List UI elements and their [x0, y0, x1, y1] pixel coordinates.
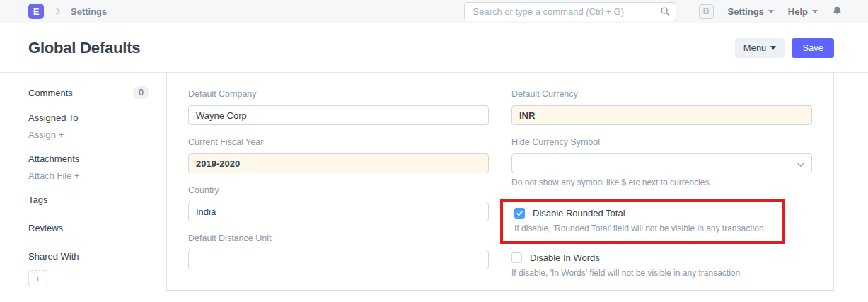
sidebar-item-comments[interactable]: Comments 0	[28, 86, 149, 99]
form-card: Default Company Current Fiscal Year Coun…	[166, 73, 834, 291]
navbar: E Settings B Settings Help	[0, 0, 868, 23]
field-disable-in-words: Disable In Words If disable, 'In Words' …	[511, 252, 812, 279]
disable-in-words-help: If disable, 'In Words' field will not be…	[511, 268, 812, 279]
default-currency-input[interactable]	[511, 105, 812, 125]
default-currency-label: Default Currency	[511, 88, 812, 100]
app-logo-letter: E	[33, 6, 40, 17]
help-dropdown[interactable]: Help	[788, 6, 818, 17]
user-avatar-letter: B	[703, 6, 710, 16]
breadcrumb-chevron-icon	[54, 7, 62, 16]
assign-action[interactable]: Assign +	[28, 129, 149, 140]
disable-in-words-row[interactable]: Disable In Words	[511, 252, 812, 263]
default-distance-unit-label: Default Distance Unit	[188, 233, 489, 245]
form-column-left: Default Company Current Fiscal Year Coun…	[188, 88, 489, 281]
field-country: Country	[188, 185, 489, 221]
page-head: Global Defaults Menu Save	[0, 23, 868, 73]
country-label: Country	[188, 185, 489, 197]
field-default-currency: Default Currency	[511, 88, 812, 125]
disable-in-words-checkbox[interactable]	[511, 252, 522, 263]
field-default-company: Default Company	[188, 88, 489, 125]
default-distance-unit-input[interactable]	[188, 250, 489, 269]
save-button[interactable]: Save	[792, 38, 834, 58]
breadcrumb[interactable]: Settings	[71, 6, 107, 17]
disable-rounded-total-row[interactable]: Disable Rounded Total	[514, 208, 774, 219]
form-columns: Default Company Current Fiscal Year Coun…	[167, 73, 833, 296]
sidebar-item-assigned-to: Assigned To	[28, 112, 149, 123]
highlight-box: Disable Rounded Total If disable, 'Round…	[500, 199, 785, 244]
navbar-right: B Settings Help	[699, 4, 843, 19]
comments-label: Comments	[28, 88, 73, 98]
sidebar-item-tags[interactable]: Tags	[28, 194, 149, 205]
field-default-distance-unit: Default Distance Unit	[188, 233, 489, 269]
notifications-bell-icon[interactable]	[832, 6, 843, 17]
disable-rounded-total-label: Disable Rounded Total	[533, 208, 625, 219]
user-avatar[interactable]: B	[699, 4, 714, 19]
save-button-label: Save	[802, 42, 823, 53]
hide-currency-symbol-select[interactable]	[511, 153, 812, 173]
menu-button-label: Menu	[743, 42, 767, 53]
settings-dropdown[interactable]: Settings	[728, 6, 774, 17]
content: Comments 0 Assigned To Assign + Attachme…	[0, 73, 868, 291]
sidebar-item-shared-with: Shared With	[28, 251, 149, 262]
hide-currency-symbol-help: Do not show any symbol like $ etc next t…	[511, 178, 812, 188]
app-logo[interactable]: E	[28, 4, 44, 19]
chevron-down-icon	[770, 46, 776, 50]
country-input[interactable]	[188, 202, 489, 221]
current-fiscal-year-input[interactable]	[188, 153, 489, 173]
search-icon[interactable]	[660, 6, 670, 19]
disable-rounded-total-checkbox[interactable]	[514, 208, 525, 219]
sidebar-item-reviews[interactable]: Reviews	[28, 223, 149, 233]
sidebar-item-attachments: Attachments	[28, 153, 149, 164]
form-sidebar: Comments 0 Assigned To Assign + Attachme…	[0, 73, 166, 291]
default-company-label: Default Company	[188, 88, 489, 100]
attach-file-action[interactable]: Attach File +	[28, 170, 149, 181]
page-actions: Menu Save	[735, 38, 834, 58]
comments-count-badge: 0	[133, 86, 149, 99]
share-add-button[interactable]: +	[28, 270, 47, 286]
search-input[interactable]	[464, 2, 676, 21]
global-search	[464, 2, 676, 21]
hide-currency-symbol-value[interactable]	[511, 153, 812, 173]
chevron-down-icon	[768, 10, 774, 13]
disable-rounded-total-help: If disable, 'Rounded Total' field will n…	[514, 223, 774, 234]
chevron-down-icon	[812, 10, 818, 13]
hide-currency-symbol-label: Hide Currency Symbol	[511, 137, 812, 149]
help-dropdown-label: Help	[788, 6, 808, 17]
field-current-fiscal-year: Current Fiscal Year	[188, 137, 489, 173]
menu-button[interactable]: Menu	[735, 38, 785, 58]
form-column-right: Default Currency Hide Currency Symbol Do…	[511, 88, 812, 281]
current-fiscal-year-label: Current Fiscal Year	[188, 137, 489, 149]
default-company-input[interactable]	[188, 105, 489, 125]
settings-dropdown-label: Settings	[728, 6, 764, 17]
page-title: Global Defaults	[28, 39, 140, 57]
disable-in-words-label: Disable In Words	[530, 252, 600, 263]
field-hide-currency-symbol: Hide Currency Symbol Do not show any sym…	[511, 137, 812, 188]
